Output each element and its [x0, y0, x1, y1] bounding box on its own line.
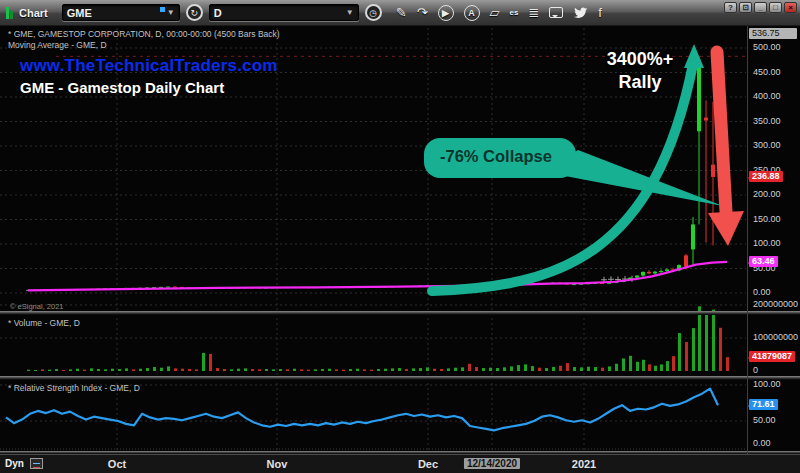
volume-bar — [496, 368, 499, 371]
panel-separator[interactable] — [0, 311, 800, 315]
volume-bar — [654, 366, 657, 371]
symbol-input[interactable]: GME ▼ — [62, 4, 180, 21]
volume-bar — [97, 369, 100, 371]
volume-tick-label: 100000000 — [753, 332, 798, 342]
time-template-icon[interactable]: ◷ — [365, 4, 382, 21]
volume-bar — [230, 369, 233, 371]
volume-bar — [335, 369, 338, 371]
volume-bar — [223, 369, 226, 371]
time-axis[interactable]: Dyn OctNovDec12/14/20202021 — [0, 454, 800, 473]
volume-legend: * Volume - GME, D — [8, 318, 80, 328]
chart-window: Chart GME ▼ ↻ D ▼ ◷ ✎↷▶A▱es≣f ?⊡_□× 536.… — [0, 0, 800, 473]
price-tick-label: 0.00 — [753, 287, 771, 297]
volume-bar — [174, 368, 177, 371]
volume-bar — [258, 369, 261, 371]
last-price-label: 236.88 — [749, 171, 783, 182]
minimize-button[interactable]: _ — [754, 2, 767, 13]
es-label[interactable]: es — [510, 8, 519, 17]
volume-bar — [314, 369, 317, 371]
volume-bar — [125, 368, 128, 371]
volume-bar — [629, 356, 632, 371]
volume-bar — [648, 364, 651, 371]
volume-bar — [41, 369, 44, 371]
dyn-button[interactable]: Dyn — [5, 458, 24, 469]
volume-bar — [48, 370, 51, 371]
twitter-icon[interactable] — [573, 7, 588, 19]
maximize-button[interactable]: □ — [769, 2, 782, 13]
panel-separator[interactable] — [0, 376, 800, 380]
draw-pencil-icon[interactable]: ✎ — [396, 5, 407, 20]
volume-bar — [559, 366, 562, 371]
news-list-icon[interactable]: ≣ — [528, 5, 539, 20]
volume-bar — [195, 369, 198, 371]
restore-button[interactable]: ⊡ — [739, 2, 752, 13]
volume-bar — [209, 354, 212, 371]
symbol-legend: * GME, GAMESTOP CORPORATION, D, 00:00-00… — [8, 29, 280, 39]
close-button[interactable]: × — [784, 2, 797, 13]
volume-bar — [55, 369, 58, 371]
volume-bar — [666, 361, 669, 371]
selected-date-label: 12/14/2020 — [464, 458, 520, 469]
volume-bar — [146, 368, 149, 371]
help-button[interactable]: ? — [724, 2, 737, 13]
volume-bar — [447, 368, 450, 371]
volume-bar — [594, 367, 597, 371]
chevron-down-icon[interactable]: ▼ — [346, 8, 354, 17]
volume-bar — [615, 364, 618, 371]
price-tick-label: 400.00 — [753, 91, 781, 101]
refresh-icon[interactable]: ↻ — [186, 4, 203, 21]
redo-arrow-icon[interactable]: ↷ — [417, 5, 428, 20]
volume-bar — [440, 369, 443, 371]
eraser-icon[interactable]: ▱ — [490, 5, 500, 20]
watermark-title: GME - Gamestop Daily Chart — [20, 79, 224, 96]
copyright-label: © eSignal, 2021 — [10, 302, 63, 311]
play-icon[interactable]: ▶ — [438, 5, 454, 21]
moving-average-line — [28, 262, 727, 290]
volume-bar — [566, 363, 569, 371]
volume-bar — [328, 369, 331, 371]
volume-bar — [405, 369, 408, 371]
volume-bar — [384, 369, 387, 371]
app-title: Chart — [19, 7, 48, 19]
month-label: Nov — [267, 458, 288, 470]
volume-bar — [307, 370, 310, 371]
volume-bar — [461, 367, 464, 371]
volume-bar — [34, 370, 37, 371]
price-tick-label: 350.00 — [753, 116, 781, 126]
collapse-annotation-label: -76% Collapse — [440, 147, 552, 166]
chart-app-icon — [6, 7, 13, 19]
volume-bar — [517, 365, 520, 371]
chevron-down-icon[interactable]: ▼ — [167, 8, 175, 17]
facebook-icon[interactable]: f — [598, 5, 602, 20]
volume-bar — [188, 369, 191, 371]
dyn-icon[interactable] — [30, 458, 43, 469]
interval-select[interactable]: D ▼ — [209, 4, 359, 21]
price-axis[interactable]: 536.75500.00450.00400.00350.00300.00250.… — [748, 26, 800, 454]
volume-bar — [433, 369, 436, 371]
volume-bar — [69, 369, 72, 371]
chat-bubble-icon[interactable] — [549, 7, 563, 18]
volume-bar — [622, 358, 625, 371]
volume-bar — [692, 328, 695, 371]
volume-bar — [608, 366, 611, 371]
volume-bar — [580, 367, 583, 371]
candle-body — [704, 118, 708, 121]
volume-bar — [587, 367, 590, 371]
volume-bar — [398, 368, 401, 371]
auto-analysis-icon[interactable]: A — [464, 5, 480, 21]
candle-body — [684, 255, 688, 266]
rsi-value-label: 71.61 — [749, 399, 778, 410]
volume-bar — [27, 370, 30, 371]
candle-body — [691, 224, 695, 249]
candle-body — [697, 60, 701, 131]
toolbar-tools: ✎↷▶A▱es≣f — [396, 5, 602, 21]
volume-bar — [83, 370, 86, 371]
volume-bar — [475, 367, 478, 371]
volume-bar — [678, 333, 681, 371]
month-label: 2021 — [572, 458, 596, 470]
candle-body — [641, 272, 645, 276]
volume-bar — [719, 328, 722, 371]
volume-bar — [489, 368, 492, 371]
volume-tick-label: 0 — [753, 365, 758, 375]
candle-body — [635, 276, 639, 278]
